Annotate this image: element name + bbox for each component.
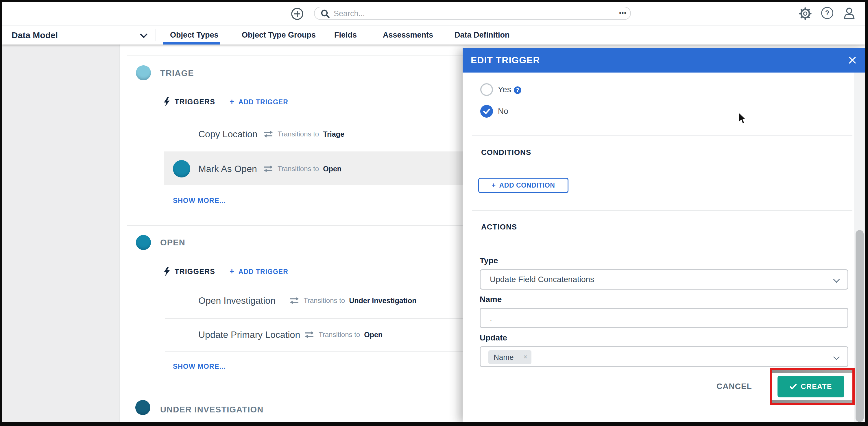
cancel-button[interactable]: CANCEL	[716, 382, 752, 391]
annotation-shadow-top	[772, 370, 852, 373]
trigger-name[interactable]: Copy Location	[198, 128, 258, 140]
transition-target: Open	[364, 331, 382, 339]
close-icon[interactable]	[848, 56, 857, 64]
state-circle-under-investigation[interactable]	[135, 400, 150, 415]
scrollbar-thumb[interactable]	[856, 230, 864, 422]
question-glyph: ?	[825, 9, 830, 17]
search-bar[interactable]: Search... •••	[314, 7, 631, 20]
transition-info: Transitions to Under Investigation	[290, 297, 417, 305]
conditions-heading: CONDITIONS	[481, 148, 531, 156]
left-sidebar	[2, 44, 119, 422]
tab-fields[interactable]: Fields	[334, 26, 357, 44]
state-circle-triage[interactable]	[136, 65, 151, 80]
mouse-cursor	[739, 113, 747, 125]
panel-divider	[472, 135, 852, 135]
content-left-edge	[119, 44, 120, 422]
data-model-dropdown[interactable]: Data Model	[11, 26, 58, 44]
app-window: Search... ••• ? Data Mo	[0, 0, 868, 426]
active-tab-indicator	[163, 42, 220, 44]
topbar: Search... ••• ?	[2, 2, 865, 26]
transition-info: Transitions to Open	[264, 165, 341, 173]
transition-info: Transitions to Open	[305, 331, 382, 339]
actions-heading: ACTIONS	[481, 223, 517, 231]
state-name-triage: TRIAGE	[160, 67, 194, 79]
trigger-name[interactable]: Update Primary Location	[198, 329, 300, 340]
help-icon[interactable]: ?	[821, 7, 833, 19]
user-icon[interactable]	[842, 7, 856, 20]
triggers-heading: TRIGGERS	[175, 97, 215, 106]
add-trigger-button[interactable]: +ADD TRIGGER	[229, 97, 288, 107]
tab-data-definition[interactable]: Data Definition	[455, 26, 510, 44]
panel-title: EDIT TRIGGER	[471, 48, 540, 72]
scrollbar-track[interactable]	[854, 72, 865, 422]
more-options-icon[interactable]: •••	[615, 7, 630, 19]
plus-icon: +	[229, 267, 235, 276]
selected-chip: Name ×	[488, 350, 531, 364]
triggers-heading: TRIGGERS	[175, 267, 215, 276]
state-name-under-investigation: UNDER INVESTIGATION	[160, 403, 264, 416]
gear-icon[interactable]	[799, 7, 812, 20]
chip-label: Name	[488, 350, 519, 364]
trigger-circle	[173, 160, 190, 177]
edit-trigger-panel: EDIT TRIGGER Yes ? No CONDITIONS +ADD CO…	[463, 48, 865, 422]
annotation-shadow-bottom	[772, 400, 852, 403]
lightning-icon	[164, 97, 170, 106]
nav-divider	[156, 29, 156, 41]
add-icon[interactable]	[291, 7, 304, 20]
search-icon	[321, 9, 330, 18]
transition-arrows-icon	[290, 297, 299, 304]
tab-object-types[interactable]: Object Types	[170, 26, 219, 44]
show-more-link[interactable]: SHOW MORE...	[173, 197, 226, 205]
check-icon	[480, 105, 493, 118]
add-condition-button[interactable]: +ADD CONDITION	[478, 178, 568, 193]
transition-arrows-icon	[264, 131, 273, 138]
type-label: Type	[480, 257, 498, 265]
update-select[interactable]: Name ×	[480, 346, 848, 367]
trigger-name[interactable]: Mark As Open	[198, 163, 257, 174]
lightning-icon	[164, 267, 170, 276]
update-label: Update	[480, 334, 507, 342]
panel-divider	[472, 210, 852, 211]
name-input[interactable]: .	[480, 308, 848, 328]
transition-target: Under Investigation	[349, 297, 416, 305]
chevron-down-icon	[833, 354, 840, 360]
add-trigger-button[interactable]: +ADD TRIGGER	[229, 267, 288, 276]
tab-object-type-groups[interactable]: Object Type Groups	[242, 26, 316, 44]
transition-target: Open	[323, 165, 341, 173]
search-placeholder: Search...	[334, 7, 365, 20]
transition-info: Transitions to Triage	[264, 130, 344, 138]
state-circle-open[interactable]	[136, 235, 151, 250]
radio-no-label: No	[498, 107, 508, 116]
trigger-name[interactable]: Open Investigation	[198, 295, 276, 306]
radio-no[interactable]	[480, 105, 493, 118]
radio-yes[interactable]	[480, 83, 493, 96]
transitions-to-label: Transitions to	[278, 165, 319, 173]
help-badge-icon[interactable]: ?	[514, 87, 521, 94]
transitions-to-label: Transitions to	[304, 297, 345, 305]
show-more-link[interactable]: SHOW MORE...	[173, 362, 226, 370]
transitions-to-label: Transitions to	[278, 130, 319, 138]
state-name-open: OPEN	[160, 236, 185, 249]
panel-header: EDIT TRIGGER	[463, 48, 865, 72]
transition-arrows-icon	[305, 331, 314, 338]
annotation-rectangle	[770, 368, 855, 405]
chip-remove-icon[interactable]: ×	[519, 350, 531, 364]
transitions-to-label: Transitions to	[319, 331, 360, 339]
nav-bar: Data Model Object Types Object Type Grou…	[2, 26, 865, 44]
chevron-down-icon	[140, 31, 147, 38]
chevron-down-icon	[833, 276, 840, 283]
name-value: .	[490, 309, 492, 327]
type-select[interactable]: Update Field Concatenations	[480, 269, 848, 290]
plus-icon: +	[492, 182, 496, 189]
transition-arrows-icon	[264, 165, 273, 172]
transition-target: Triage	[323, 130, 344, 138]
plus-icon: +	[229, 97, 235, 106]
tab-assessments[interactable]: Assessments	[383, 26, 433, 44]
name-label: Name	[480, 295, 502, 303]
type-value: Update Field Concatenations	[490, 270, 594, 289]
radio-yes-label: Yes	[498, 85, 511, 94]
